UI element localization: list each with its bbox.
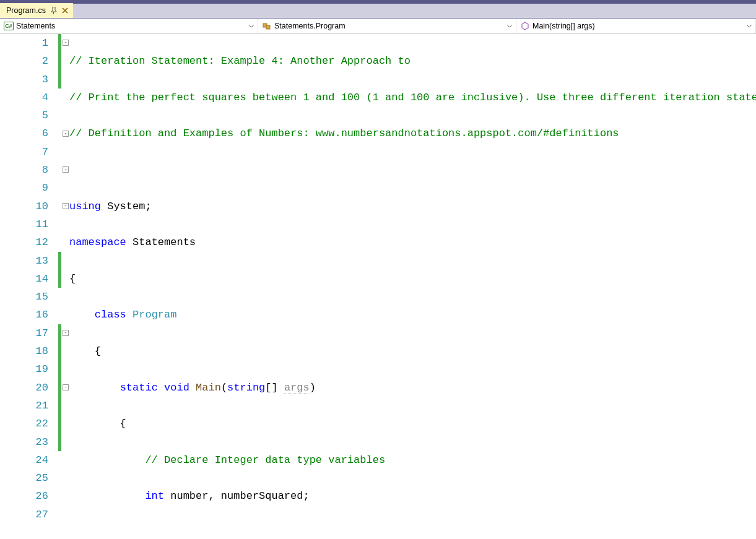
method-dropdown[interactable]: Main(string[] args)	[516, 19, 756, 33]
method-label: Main(string[] args)	[532, 22, 595, 30]
outline-toggle[interactable]: -	[63, 131, 69, 137]
line-number: 13	[0, 252, 48, 270]
line-number: 21	[0, 397, 48, 415]
line-number: 15	[0, 288, 48, 306]
class-dropdown[interactable]: Statements.Program	[258, 19, 516, 33]
line-number: 23	[0, 433, 48, 451]
line-number: 4	[0, 88, 48, 106]
pin-icon[interactable]	[51, 7, 57, 14]
chevron-down-icon	[249, 22, 254, 30]
outline-toggle[interactable]: -	[63, 40, 69, 46]
line-number: 27	[0, 506, 48, 524]
code-editor[interactable]: 1234567891011121314151617181920212223242…	[0, 34, 756, 539]
line-number: 18	[0, 342, 48, 360]
line-number: 8	[0, 161, 48, 179]
code-area[interactable]: // Iteration Statement: Example 4: Anoth…	[67, 34, 756, 539]
line-number: 25	[0, 469, 48, 487]
line-number: 19	[0, 360, 48, 378]
line-number-gutter: 1234567891011121314151617181920212223242…	[0, 34, 54, 539]
line-number: 9	[0, 179, 48, 197]
csharp-icon: C#	[4, 22, 14, 30]
line-number: 11	[0, 215, 48, 233]
line-number: 24	[0, 451, 48, 469]
line-number: 26	[0, 487, 48, 505]
outline-toggle[interactable]: -	[63, 203, 69, 209]
line-number: 12	[0, 233, 48, 251]
line-number: 1	[0, 34, 48, 52]
outline-toggle[interactable]: -	[63, 330, 69, 336]
close-icon[interactable]	[62, 7, 68, 14]
line-number: 16	[0, 306, 48, 324]
method-icon	[520, 21, 530, 31]
namespace-label: Statements	[16, 22, 55, 30]
class-label: Statements.Program	[274, 22, 345, 30]
namespace-dropdown[interactable]: C# Statements	[0, 19, 258, 33]
change-indicator	[58, 252, 61, 288]
line-number: 6	[0, 124, 48, 142]
line-number: 10	[0, 197, 48, 215]
document-tab-strip: Program.cs	[0, 4, 756, 19]
line-number: 22	[0, 415, 48, 433]
chevron-down-icon	[747, 22, 752, 30]
change-indicator	[58, 324, 61, 451]
change-outline-margin: ------	[54, 34, 67, 539]
line-number: 5	[0, 106, 48, 124]
tab-filename: Program.cs	[6, 6, 46, 15]
outline-toggle[interactable]: -	[63, 166, 69, 173]
line-number: 2	[0, 52, 48, 70]
chevron-down-icon	[507, 22, 512, 30]
document-tab-program-cs[interactable]: Program.cs	[0, 3, 73, 18]
change-indicator	[58, 34, 61, 88]
line-number: 17	[0, 324, 48, 342]
outline-toggle[interactable]: -	[63, 384, 69, 390]
line-number: 14	[0, 270, 48, 288]
line-number: 20	[0, 379, 48, 397]
class-icon	[262, 21, 272, 31]
svg-rect-1	[266, 25, 270, 29]
line-number: 3	[0, 71, 48, 88]
line-number: 7	[0, 143, 48, 161]
navigation-bar: C# Statements Statements.Program Main(st…	[0, 19, 756, 34]
